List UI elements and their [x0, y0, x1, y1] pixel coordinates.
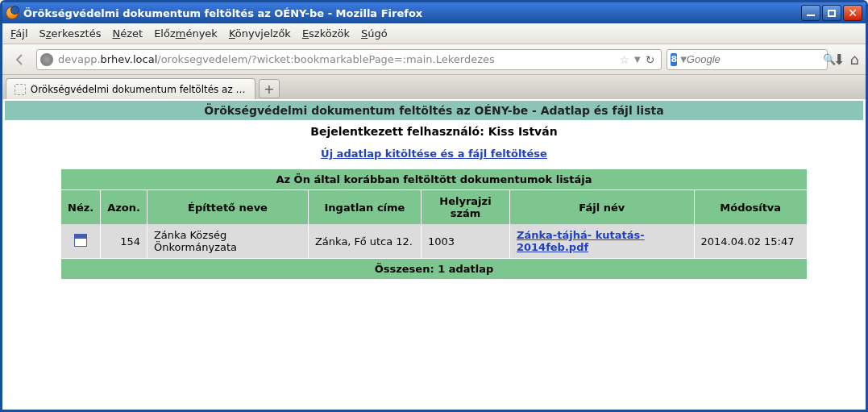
page-content: Örökségvédelmi dokumentum feltöltés az O…	[5, 101, 863, 407]
bookmark-star-icon[interactable]: ☆	[619, 53, 629, 66]
col-modified: Módosítva	[694, 190, 807, 224]
menu-bar: Fájl Szerkesztés Nézet Előzmények Könyvj…	[2, 23, 866, 44]
window-minimize-button[interactable]	[801, 5, 820, 21]
table-title: Az Ön által korábban feltöltött dokument…	[61, 169, 807, 190]
file-link[interactable]: Zánka-tájhá- kutatás-2014feb.pdf	[517, 229, 645, 253]
home-icon[interactable]: ⌂	[850, 51, 859, 68]
back-button[interactable]	[9, 48, 31, 71]
window-maximize-button[interactable]	[822, 5, 841, 21]
window-titlebar: Örökségvédelmi dokumentum feltöltés az O…	[2, 2, 866, 23]
search-input[interactable]	[687, 53, 823, 65]
menu-view[interactable]: Nézet	[112, 27, 143, 40]
table-header-row: Néz. Azon. Építtető neve Ingatlan címe H…	[61, 190, 807, 224]
history-dropdown-icon[interactable]: ▼	[634, 55, 641, 64]
search-bar[interactable]: 8 ▼ 🔍	[667, 49, 828, 70]
back-arrow-icon	[13, 52, 27, 67]
menu-edit[interactable]: Szerkesztés	[39, 27, 102, 40]
globe-icon	[40, 53, 53, 66]
table-row: 154 Zánka Község Önkormányzata Zánka, Fő…	[61, 224, 807, 258]
col-file: Fájl név	[509, 190, 694, 224]
reload-icon[interactable]: ↻	[646, 53, 655, 66]
tab-label: Örökségvédelmi dokumentum feltöltés az O…	[31, 84, 247, 95]
menu-history[interactable]: Előzmények	[154, 27, 218, 40]
col-builder: Építtető neve	[147, 190, 308, 224]
menu-help[interactable]: Súgó	[361, 27, 388, 40]
cell-modified: 2014.04.02 15:47	[694, 224, 807, 258]
tab-bar: Örökségvédelmi dokumentum feltöltés az O…	[2, 75, 866, 99]
window-close-button[interactable]: ✕	[843, 5, 862, 21]
menu-bookmarks[interactable]: Könyvjelzők	[229, 27, 291, 40]
page-title: Örökségvédelmi dokumentum feltöltés az O…	[5, 101, 863, 120]
logged-in-user: Bejelentkezett felhasználó: Kiss István	[5, 120, 863, 143]
col-parcel: Helyrajzi szám	[421, 190, 509, 224]
firefox-icon	[6, 6, 19, 19]
menu-tools[interactable]: Eszközök	[302, 27, 350, 40]
documents-table: Néz. Azon. Építtető neve Ingatlan címe H…	[61, 190, 807, 258]
col-view: Néz.	[61, 190, 101, 224]
url-text[interactable]: devapp.brhev.local/oroksegvedelem/?wicke…	[58, 53, 619, 65]
table-footer: Összesen: 1 adatlap	[61, 258, 807, 279]
window-title: Örökségvédelmi dokumentum feltöltés az O…	[23, 7, 801, 19]
cell-id: 154	[101, 224, 147, 258]
cell-address: Zánka, Fő utca 12.	[308, 224, 421, 258]
downloads-icon[interactable]: ⬇	[833, 51, 845, 68]
col-id: Azon.	[101, 190, 147, 224]
browser-tab[interactable]: Örökségvédelmi dokumentum feltöltés az O…	[6, 78, 255, 99]
new-datasheet-link[interactable]: Új adatlap kitöltése és a fájl feltöltés…	[321, 148, 547, 160]
address-bar[interactable]: devapp.brhev.local/oroksegvedelem/?wicke…	[36, 49, 662, 70]
nav-toolbar: devapp.brhev.local/oroksegvedelem/?wicke…	[2, 44, 866, 75]
view-row-icon[interactable]	[74, 234, 87, 247]
new-tab-button[interactable]: +	[259, 79, 280, 98]
google-engine-icon[interactable]: 8	[671, 53, 677, 66]
cell-builder: Zánka Község Önkormányzata	[147, 224, 308, 258]
menu-file[interactable]: Fájl	[10, 27, 28, 40]
search-engine-dropdown-icon[interactable]: ▼	[680, 55, 687, 64]
tab-favicon-icon	[15, 84, 26, 95]
col-address: Ingatlan címe	[308, 190, 421, 224]
cell-parcel: 1003	[421, 224, 509, 258]
